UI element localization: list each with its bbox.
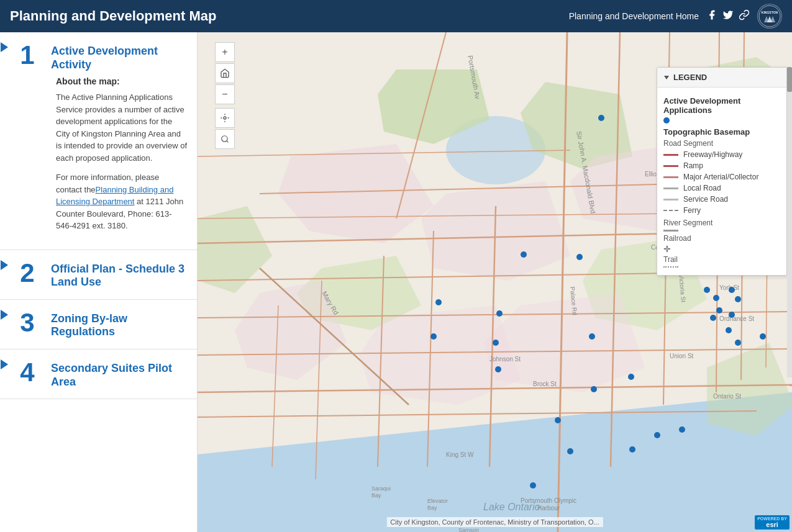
esri-logo: POWERED BY esri <box>755 515 790 530</box>
legend-ferry: Ferry <box>663 206 780 215</box>
sidebar-item-1[interactable]: 1 Active Development Activity About the … <box>0 32 197 250</box>
nav-number-2: 2 <box>9 260 46 286</box>
svg-point-90 <box>576 254 583 260</box>
nav-number-1: 1 <box>9 42 46 68</box>
app-header: Planning and Development Map Planning an… <box>0 0 792 32</box>
planning-home-link[interactable]: Planning and Development Home <box>569 11 699 21</box>
svg-text:Samson: Samson <box>458 527 479 532</box>
search-map-button[interactable] <box>215 129 235 149</box>
svg-text:Saraqui: Saraqui <box>371 485 391 492</box>
svg-text:KINGSTON: KINGSTON <box>762 11 778 14</box>
sidebar: 1 Active Development Activity About the … <box>0 32 198 532</box>
home-button[interactable] <box>215 63 235 83</box>
svg-text:Elevator: Elevator <box>427 498 448 504</box>
svg-point-92 <box>591 386 597 392</box>
map-controls: + − <box>215 42 235 149</box>
main-content: 1 Active Development Activity About the … <box>0 32 792 532</box>
legend-railroad-subtitle: Railroad <box>663 234 780 243</box>
nav-label-4: Secondary Suites Pilot Area <box>51 359 187 389</box>
legend-section-topo: Topographic Basemap <box>663 127 780 137</box>
sidebar-item-3[interactable]: 3 Zoning By-law Regulations <box>0 300 197 349</box>
legend-trail-subtitle: Trail <box>663 255 780 264</box>
social-icons <box>706 9 750 23</box>
svg-text:Johnson St: Johnson St <box>489 356 521 363</box>
trail-line <box>663 266 678 268</box>
zoom-in-button[interactable]: + <box>215 42 235 62</box>
twitter-icon[interactable] <box>722 9 734 23</box>
svg-text:Ordnance St: Ordnance St <box>719 315 754 322</box>
legend-road-subtitle: Road Segment <box>663 139 780 148</box>
svg-text:Lake Ontario: Lake Ontario <box>483 502 540 512</box>
svg-marker-124 <box>664 76 669 79</box>
facebook-icon[interactable] <box>706 9 717 23</box>
svg-point-113 <box>760 333 766 340</box>
legend-service: Service Road <box>663 195 780 204</box>
svg-point-121 <box>679 426 685 433</box>
legend-collapse-icon <box>663 74 670 81</box>
railroad-cross: ✛ <box>663 245 671 253</box>
river-line <box>663 230 678 232</box>
legend-scrollbar[interactable] <box>787 67 792 377</box>
svg-text:Harbour: Harbour <box>537 505 560 512</box>
map-attribution: City of Kingston, County of Frontenac, M… <box>386 517 603 527</box>
about-section: About the map: The Active Planning Appli… <box>0 76 197 250</box>
link-icon[interactable] <box>739 9 750 23</box>
svg-point-98 <box>530 482 536 489</box>
svg-point-95 <box>629 446 635 453</box>
about-text-2: For more information, please contact the… <box>56 171 187 232</box>
locate-button[interactable] <box>215 108 235 128</box>
legend-river <box>663 230 780 232</box>
nav-header-1[interactable]: 1 Active Development Activity <box>0 32 197 76</box>
svg-point-89 <box>521 251 527 258</box>
svg-point-101 <box>496 310 503 317</box>
legend-trail <box>663 266 780 268</box>
local-line <box>663 187 678 189</box>
nav-label-2: Official Plan - Schedule 3 Land Use <box>51 260 187 289</box>
svg-point-107 <box>729 287 735 293</box>
svg-point-93 <box>628 374 634 380</box>
nav-arrow-2 <box>0 260 9 270</box>
about-text-1: The Active Planning Applications Service… <box>56 91 187 164</box>
svg-point-123 <box>222 136 227 142</box>
city-logo: KINGSTON <box>757 4 782 29</box>
legend-header[interactable]: LEGEND <box>657 68 786 88</box>
svg-point-108 <box>735 296 741 302</box>
svg-point-109 <box>729 312 735 318</box>
svg-point-122 <box>224 117 226 119</box>
nav-arrow-4 <box>0 359 9 369</box>
svg-point-105 <box>713 295 719 301</box>
zoom-out-button[interactable]: − <box>215 84 235 104</box>
svg-point-94 <box>654 432 660 438</box>
nav-arrow-3 <box>0 310 9 320</box>
svg-text:Ontario St: Ontario St <box>713 393 741 400</box>
legend-local: Local Road <box>663 184 780 192</box>
nav-arrow-1 <box>0 42 9 52</box>
svg-text:Bay: Bay <box>427 505 437 511</box>
svg-point-103 <box>430 333 437 340</box>
legend-section-dev: Active Development Applications <box>663 96 780 115</box>
freeway-line <box>663 154 678 156</box>
legend-scroll-thumb[interactable] <box>787 67 792 92</box>
svg-text:Bay: Bay <box>371 492 381 498</box>
legend-arterial: Major Arterial/Collector <box>663 173 780 181</box>
dev-app-dot <box>663 117 670 124</box>
sidebar-item-4[interactable]: 4 Secondary Suites Pilot Area <box>0 349 197 399</box>
nav-number-4: 4 <box>9 359 46 385</box>
svg-point-79 <box>598 115 604 121</box>
sidebar-item-2[interactable]: 2 Official Plan - Schedule 3 Land Use <box>0 250 197 300</box>
svg-point-111 <box>726 327 732 333</box>
service-line <box>663 199 678 201</box>
map-container[interactable]: Portsmouth Av Sir John A. Macdonald Blvd… <box>198 32 792 532</box>
svg-point-104 <box>704 287 710 293</box>
svg-text:Brock St: Brock St <box>533 381 557 387</box>
legend-title: LEGEND <box>673 73 707 82</box>
arterial-line <box>663 176 678 178</box>
svg-point-99 <box>495 366 501 372</box>
legend-panel: LEGEND Active Development Applications T… <box>657 67 787 276</box>
legend-river-subtitle: River Segment <box>663 219 780 227</box>
svg-point-96 <box>567 448 573 454</box>
ferry-line <box>663 210 678 211</box>
svg-point-112 <box>735 340 741 346</box>
legend-body: Active Development Applications Topograp… <box>657 88 786 275</box>
nav-number-3: 3 <box>9 310 46 336</box>
